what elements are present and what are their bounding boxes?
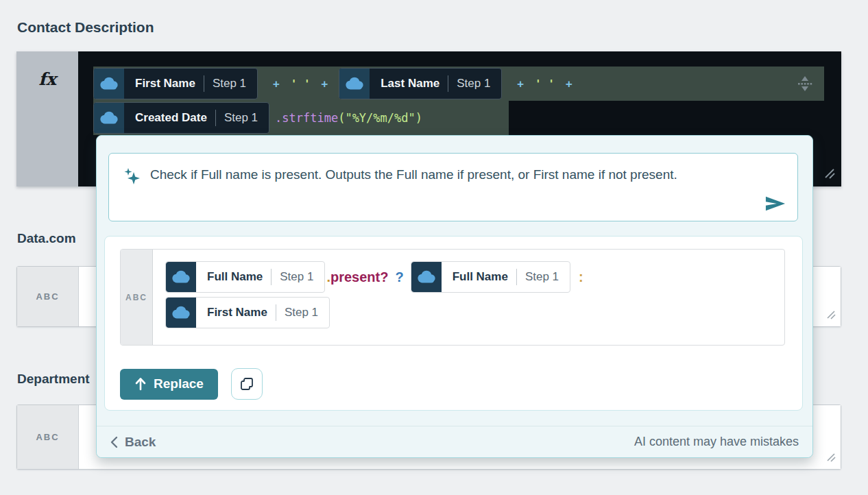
salesforce-icon (166, 298, 196, 328)
pill-divider (271, 269, 272, 285)
ai-disclaimer: AI content may have mistakes (634, 435, 799, 449)
salesforce-icon (411, 262, 442, 292)
copy-icon (239, 376, 254, 391)
ai-prompt-text[interactable]: Check if Full name is present. Outputs t… (150, 165, 677, 189)
page-title: Contact Description (17, 19, 154, 36)
ai-assistant-popup: Check if Full name is present. Outputs t… (96, 135, 813, 458)
formula-line-1[interactable]: First Name Step 1 + ' ' + Last Name Step… (93, 67, 824, 101)
contact-form-page: Contact Description Data.com ABC Departm… (0, 0, 868, 495)
ai-prompt-input[interactable]: Check if Full name is present. Outputs t… (108, 153, 798, 221)
fx-icon: fx (38, 69, 56, 186)
replace-button[interactable]: Replace (120, 369, 218, 400)
pill-divider (516, 269, 517, 285)
string-literal: ' ' (535, 77, 555, 90)
pill-divider (276, 304, 276, 321)
salesforce-icon (94, 103, 124, 133)
pill-divider (448, 75, 448, 92)
copy-button[interactable] (231, 368, 263, 400)
resize-handle-icon[interactable] (823, 167, 836, 182)
strftime-args: ("%Y/%m/%d") (338, 111, 422, 125)
field-type-badge: ABC (17, 267, 79, 326)
ai-sparkle-icon (123, 167, 142, 189)
resize-handle-icon[interactable] (825, 452, 836, 466)
formula-type-badge: fx (16, 51, 78, 186)
plus-operator: + (566, 77, 572, 90)
datapill-first-name[interactable]: First Name Step 1 (165, 297, 330, 328)
datapill-created-date[interactable]: Created Date Step 1 (93, 102, 269, 134)
salesforce-icon (339, 69, 370, 99)
pill-divider (215, 110, 216, 126)
salesforce-icon (166, 262, 196, 292)
chevron-left-icon (110, 436, 118, 448)
ai-result-card: ABC Full Name Step 1 . present? (104, 236, 803, 411)
popup-footer: Back AI content may have mistakes (97, 426, 812, 457)
ternary-colon-operator: : (579, 269, 583, 285)
datapill-first-name[interactable]: First Name Step 1 (93, 68, 258, 99)
formula-line-2[interactable]: Created Date Step 1 .strftime ("%Y/%m/%d… (93, 101, 509, 135)
salesforce-icon (94, 69, 124, 99)
drag-sort-icon[interactable] (797, 75, 813, 93)
result-type-badge: ABC (121, 250, 153, 345)
datapill-full-name[interactable]: Full Name Step 1 (411, 261, 570, 293)
pill-divider (204, 75, 204, 92)
string-literal: ' ' (291, 77, 311, 90)
datapill-last-name[interactable]: Last Name Step 1 (339, 68, 502, 99)
ternary-question-operator: ? (395, 269, 403, 285)
field-label-datacom: Data.com (17, 231, 76, 246)
arrow-up-icon (134, 377, 147, 391)
send-button[interactable] (764, 193, 786, 214)
plus-operator: + (517, 77, 524, 90)
plus-operator: + (322, 77, 328, 90)
ai-result-formula[interactable]: ABC Full Name Step 1 . present? (120, 249, 785, 346)
field-label-department: Department (17, 372, 90, 387)
datapill-full-name[interactable]: Full Name Step 1 (165, 261, 325, 293)
back-button[interactable]: Back (110, 435, 156, 450)
strftime-method: .strftime (275, 111, 338, 125)
present-method: present? (330, 269, 388, 285)
resize-handle-icon[interactable] (825, 309, 836, 323)
plus-operator: + (273, 77, 280, 90)
field-type-badge: ABC (17, 405, 79, 469)
